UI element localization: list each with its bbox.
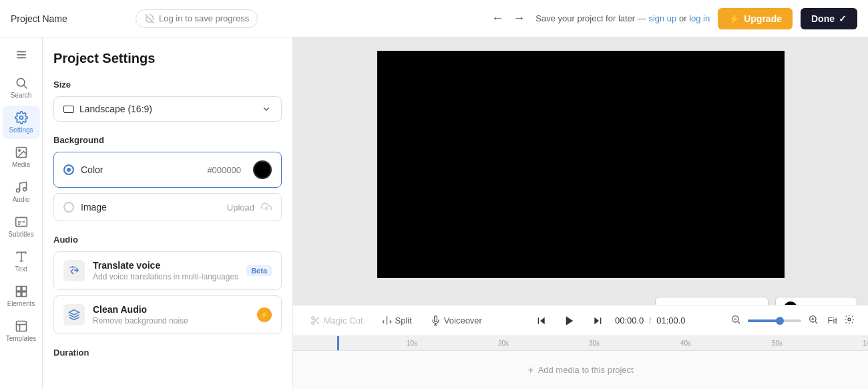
- zoom-fit-button[interactable]: Fit: [828, 315, 837, 326]
- svg-rect-21: [16, 321, 26, 332]
- background-section-label: Background: [53, 135, 282, 145]
- color-option[interactable]: Color #000000: [53, 152, 282, 188]
- translate-voice-item[interactable]: Translate voice Add voice translations i…: [53, 251, 282, 290]
- svg-point-25: [312, 317, 314, 319]
- forward-button[interactable]: [587, 310, 608, 332]
- timeline-settings-button[interactable]: [841, 311, 857, 330]
- image-option[interactable]: Image Upload: [53, 193, 282, 221]
- color-label: Color: [81, 164, 200, 175]
- sidebar-audio-label: Audio: [13, 196, 30, 203]
- landscape-badge[interactable]: Landscape (16:9): [655, 297, 768, 305]
- rewind-button[interactable]: [531, 310, 552, 332]
- zoom-slider-thumb[interactable]: [776, 317, 784, 325]
- translate-voice-title: Translate voice: [93, 260, 238, 271]
- sidebar-text-label: Text: [15, 265, 27, 273]
- background-section: Background Color #000000 Image Upload: [53, 135, 282, 221]
- image-radio[interactable]: [63, 202, 74, 213]
- canvas-wrapper: [293, 37, 868, 291]
- svg-point-9: [16, 189, 19, 192]
- audio-icon: [15, 180, 28, 194]
- sidebar-item-media[interactable]: Media: [3, 140, 40, 174]
- sidebar-item-text[interactable]: Text: [3, 245, 40, 278]
- hamburger-icon: [15, 49, 27, 61]
- split-label: Split: [395, 315, 412, 326]
- upgrade-label: Upgrade: [744, 13, 782, 24]
- background-badge[interactable]: Background: [775, 297, 857, 305]
- translate-voice-icon: [63, 260, 85, 281]
- clean-audio-item[interactable]: Clean Audio Remove background noise ⚡: [53, 295, 282, 334]
- upgrade-icon: ⚡: [728, 13, 740, 24]
- topbar: Log in to save progress ← → Save your pr…: [0, 0, 868, 37]
- settings-icon: [15, 111, 28, 124]
- sidebar-settings-label: Settings: [9, 126, 33, 134]
- time-display: 00:00.0 / 01:00.0: [615, 315, 686, 326]
- zoom-in-button[interactable]: [805, 313, 821, 329]
- split-icon: [382, 315, 392, 326]
- svg-line-5: [23, 86, 27, 89]
- background-color-circle: [784, 301, 797, 305]
- zoom-slider[interactable]: [748, 319, 801, 322]
- color-radio[interactable]: [63, 164, 74, 175]
- undo-button[interactable]: ←: [489, 9, 506, 28]
- sidebar-item-settings[interactable]: Settings: [3, 106, 40, 139]
- no-cloud-icon: [144, 13, 155, 24]
- sidebar-item-elements[interactable]: Elements: [3, 279, 40, 313]
- svg-point-10: [23, 188, 26, 191]
- magic-cut-button[interactable]: Magic Cut: [304, 311, 370, 330]
- total-time: 01:00.0: [656, 315, 685, 326]
- timeline: 10s 20s 30s 40s 50s 1m + Add media to th…: [293, 336, 868, 389]
- search-icon: [15, 76, 28, 90]
- done-button[interactable]: Done ✓: [801, 8, 857, 29]
- beta-badge: Beta: [246, 265, 272, 276]
- split-button[interactable]: Split: [375, 311, 419, 330]
- project-name-input[interactable]: [11, 13, 128, 24]
- duration-section: Duration: [53, 348, 282, 358]
- translate-voice-text: Translate voice Add voice translations i…: [93, 260, 238, 281]
- zoom-out-button[interactable]: [728, 313, 744, 329]
- svg-point-6: [19, 116, 23, 120]
- save-progress-button[interactable]: Log in to save progress: [136, 9, 258, 28]
- icon-sidebar: Search Settings Media Audio: [0, 37, 43, 389]
- done-label: Done: [811, 13, 835, 24]
- bottom-toolbar: Magic Cut Split Voiceover: [293, 305, 868, 336]
- magic-cut-label: Magic Cut: [324, 315, 363, 326]
- sign-up-link[interactable]: sign up: [648, 13, 676, 23]
- upgrade-button[interactable]: ⚡ Upgrade: [718, 8, 793, 29]
- size-dropdown[interactable]: Landscape (16:9): [53, 96, 282, 122]
- zoom-slider-fill: [748, 319, 777, 322]
- sidebar-item-templates[interactable]: Templates: [3, 314, 40, 348]
- marker-30s: 30s: [589, 340, 600, 347]
- playhead[interactable]: [337, 336, 339, 350]
- play-button[interactable]: [559, 310, 580, 332]
- landscape-badge-label: Landscape (16:9): [678, 303, 746, 305]
- zoom-in-icon: [808, 314, 819, 325]
- image-upload-icon: [261, 202, 272, 213]
- voiceover-button[interactable]: Voiceover: [424, 311, 489, 330]
- timeline-ruler: 10s 20s 30s 40s 50s 1m: [293, 336, 868, 351]
- svg-line-39: [738, 321, 740, 323]
- preview-area: Landscape (16:9) Background: [293, 37, 868, 305]
- svg-marker-35: [566, 316, 574, 326]
- hamburger-button[interactable]: [3, 43, 40, 67]
- clean-audio-subtitle: Remove background noise: [93, 316, 249, 326]
- redo-button[interactable]: →: [510, 9, 527, 28]
- color-swatch[interactable]: [253, 160, 272, 179]
- translate-voice-subtitle: Add voice translations in multi-language…: [93, 272, 238, 281]
- svg-point-4: [17, 78, 25, 86]
- marker-40s: 40s: [680, 340, 691, 347]
- sidebar-subtitles-label: Subtitles: [8, 231, 33, 238]
- marker-1m: 1m: [863, 340, 868, 347]
- svg-point-26: [312, 321, 314, 324]
- sidebar-item-search[interactable]: Search: [3, 71, 40, 104]
- plus-icon: +: [527, 364, 533, 376]
- upload-button[interactable]: Upload: [227, 203, 254, 213]
- preview-controls: Landscape (16:9) Background: [293, 291, 868, 305]
- sidebar-item-subtitles[interactable]: Subtitles: [3, 210, 40, 243]
- svg-line-42: [815, 321, 817, 323]
- log-in-link[interactable]: log in: [689, 13, 710, 23]
- sidebar-item-audio[interactable]: Audio: [3, 175, 40, 209]
- save-later-text: Save your project for later — sign up or…: [535, 13, 710, 23]
- rewind-icon: [536, 315, 547, 326]
- timeline-add-media[interactable]: + Add media to this project: [293, 351, 868, 389]
- voiceover-label: Voiceover: [444, 315, 482, 326]
